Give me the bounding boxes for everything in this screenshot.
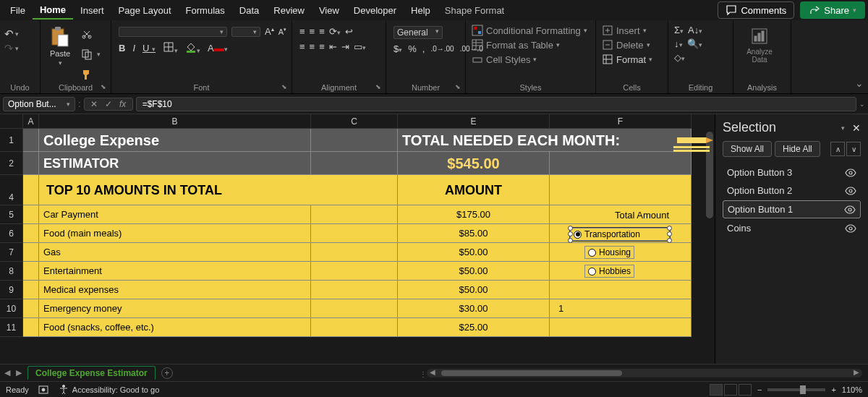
eye-icon[interactable]: [845, 224, 856, 233]
comma-icon[interactable]: ,: [422, 43, 425, 54]
cell-label[interactable]: Food (main meals): [39, 224, 311, 243]
accessibility-status[interactable]: Accessibility: Good to go: [58, 384, 159, 396]
find-icon[interactable]: 🔍▾: [687, 38, 702, 49]
borders-button[interactable]: ▾: [163, 41, 178, 55]
align-top-icon[interactable]: ≡: [299, 26, 305, 37]
align-bottom-icon[interactable]: ≡: [319, 26, 325, 37]
merge-icon[interactable]: ▭▾: [354, 41, 366, 52]
menu-formulas[interactable]: Formulas: [179, 2, 232, 19]
cell[interactable]: [23, 299, 39, 318]
cell-total-label[interactable]: TOTAL NEEDED EACH MONTH:: [398, 129, 692, 152]
menu-home[interactable]: Home: [33, 1, 73, 20]
selection-pane-item[interactable]: Option Button 1: [723, 200, 861, 218]
menu-help[interactable]: Help: [404, 2, 438, 19]
orientation-icon[interactable]: ⟳▾: [329, 26, 341, 37]
cell-amount-header[interactable]: AMOUNT: [398, 175, 550, 205]
paste-button[interactable]: Paste ▾: [45, 23, 75, 69]
wrap-text-icon[interactable]: ↩: [345, 26, 353, 37]
selection-pane-item[interactable]: Option Button 3: [723, 164, 861, 181]
cell-total-value[interactable]: $545.00: [398, 152, 550, 175]
cell-amount[interactable]: $175.00: [398, 205, 550, 224]
chevron-down-icon[interactable]: ▾: [97, 51, 101, 58]
font-size-dropdown[interactable]: ▾: [231, 27, 260, 37]
row-header[interactable]: 1: [0, 129, 23, 152]
hide-all-button[interactable]: Hide All: [775, 141, 820, 157]
expand-formula-icon[interactable]: ⌄: [859, 101, 865, 108]
align-left-icon[interactable]: ≡: [299, 41, 305, 52]
row-header[interactable]: 10: [0, 299, 23, 318]
row-header[interactable]: 8: [0, 262, 23, 281]
move-down-button[interactable]: ∨: [846, 142, 861, 156]
cell-label[interactable]: Food (snacks, coffee, etc.): [39, 318, 311, 337]
formula-input[interactable]: =$F$10: [136, 97, 856, 111]
selection-pane-item[interactable]: Option Button 2: [723, 182, 861, 199]
indent-increase-icon[interactable]: ⇥: [341, 41, 349, 52]
percent-icon[interactable]: %: [408, 43, 417, 54]
redo-icon[interactable]: ↷: [4, 42, 14, 55]
sheet-tab[interactable]: College Expense Estimator: [27, 366, 156, 380]
menu-review[interactable]: Review: [266, 2, 312, 19]
tab-prev-icon[interactable]: ◀: [4, 368, 10, 377]
view-normal-button[interactable]: [710, 384, 723, 396]
cell[interactable]: [311, 262, 398, 281]
cell-amount[interactable]: $50.00: [398, 262, 550, 281]
cell-label[interactable]: Emergency money: [39, 299, 311, 318]
cell-amount[interactable]: $30.00: [398, 299, 550, 318]
eye-icon[interactable]: [845, 168, 856, 177]
macro-icon[interactable]: [38, 384, 49, 396]
cell-subtitle[interactable]: ESTIMATOR: [39, 152, 311, 175]
menu-file[interactable]: File: [3, 2, 33, 19]
cell-f[interactable]: [550, 318, 692, 337]
decrease-font-icon[interactable]: A▾: [278, 27, 286, 36]
view-page-layout-button[interactable]: [724, 384, 737, 396]
cell-styles-button[interactable]: Cell Styles▾: [472, 54, 537, 65]
vertical-scrollbar[interactable]: [705, 129, 715, 364]
view-page-break-button[interactable]: [739, 384, 752, 396]
share-button[interactable]: Share ▾: [800, 1, 865, 19]
menu-page-layout[interactable]: Page Layout: [111, 2, 179, 19]
cell[interactable]: [311, 318, 398, 337]
zoom-slider[interactable]: [767, 388, 825, 391]
option-button-hobbies[interactable]: Hobbies: [584, 265, 634, 278]
cell-title[interactable]: College Expense: [39, 129, 311, 152]
enter-formula-button[interactable]: ✓: [102, 99, 115, 109]
option-button-housing[interactable]: Housing: [584, 246, 634, 259]
autosum-icon[interactable]: Σ▾: [674, 25, 684, 35]
tab-next-icon[interactable]: ▶: [16, 368, 22, 377]
col-header-c[interactable]: C: [311, 114, 398, 129]
copy-button[interactable]: [78, 46, 95, 62]
comments-button[interactable]: Comments: [718, 1, 794, 19]
col-header-f[interactable]: F: [550, 114, 692, 129]
font-family-dropdown[interactable]: ▾: [119, 27, 227, 37]
row-header[interactable]: 11: [0, 318, 23, 337]
bold-button[interactable]: B: [119, 43, 125, 54]
menu-shape-format[interactable]: Shape Format: [438, 2, 511, 19]
col-header-a[interactable]: A: [23, 114, 39, 129]
row-header[interactable]: 9: [0, 281, 23, 299]
indent-decrease-icon[interactable]: ⇤: [329, 41, 337, 52]
menu-developer[interactable]: Developer: [346, 2, 404, 19]
currency-icon[interactable]: $▾: [393, 43, 402, 54]
option-button-transportation[interactable]: Transportation: [570, 228, 670, 241]
align-center-icon[interactable]: ≡: [310, 41, 315, 52]
move-up-button[interactable]: ∧: [830, 142, 845, 156]
row-header[interactable]: 2: [0, 152, 23, 175]
cell[interactable]: [23, 281, 39, 299]
fx-button[interactable]: fx: [116, 99, 129, 109]
format-as-table-button[interactable]: Format as Table▾: [472, 39, 560, 51]
cut-button[interactable]: [78, 26, 95, 42]
undo-icon[interactable]: ↶: [4, 27, 14, 40]
cell-amount[interactable]: $85.00: [398, 224, 550, 243]
cell[interactable]: [311, 205, 398, 224]
cell-f[interactable]: [550, 281, 692, 299]
eye-icon[interactable]: [845, 187, 856, 195]
dialog-launcher-icon[interactable]: ⬊: [281, 83, 290, 92]
number-format-dropdown[interactable]: General▾: [393, 26, 443, 39]
delete-cells-button[interactable]: Delete▾: [602, 39, 650, 51]
cell-f[interactable]: 1: [550, 299, 692, 318]
cell-label[interactable]: Gas: [39, 243, 311, 262]
cell[interactable]: [311, 243, 398, 262]
eye-icon[interactable]: [844, 205, 856, 214]
collapse-ribbon-icon[interactable]: ⌄: [855, 77, 864, 89]
zoom-in-button[interactable]: +: [831, 385, 835, 394]
